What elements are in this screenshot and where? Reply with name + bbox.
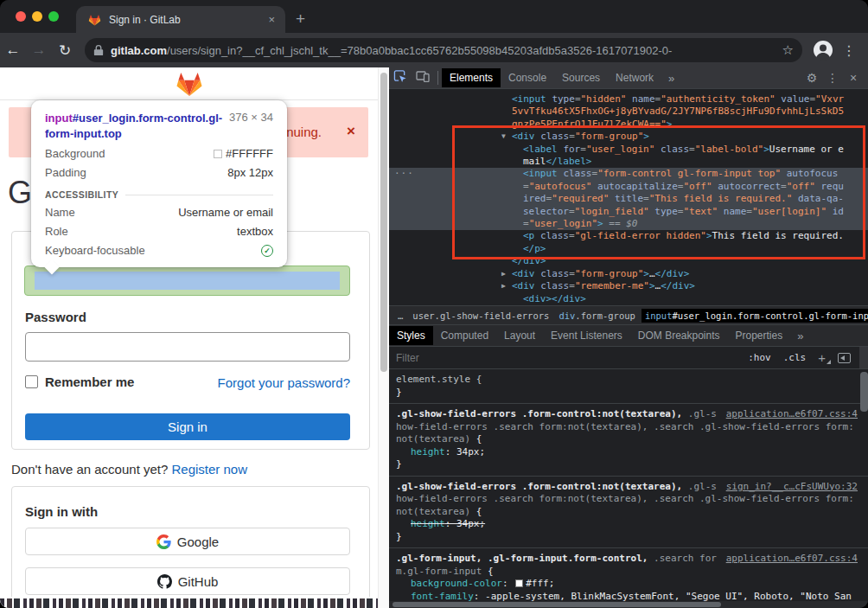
expand-arrow-icon[interactable]: ▶ (501, 268, 506, 280)
dom-node[interactable]: <label for="user_login" class="label-bol… (389, 144, 868, 169)
remember-checkbox[interactable] (25, 375, 38, 388)
inspect-element-icon[interactable] (389, 70, 412, 86)
tab-close-icon[interactable]: × (266, 13, 277, 26)
style-property[interactable]: height: 34px; (396, 446, 858, 459)
expand-arrow-icon[interactable]: ▶ (501, 280, 506, 292)
close-window-button[interactable] (16, 11, 26, 22)
tooltip-selector: input#user_login.form-control.gl-form-in… (45, 111, 225, 141)
lock-icon (93, 44, 104, 56)
google-icon (156, 534, 171, 549)
device-toolbar-icon[interactable] (412, 70, 434, 86)
tooltip-selector-tag: input (45, 112, 73, 125)
more-sidebar-tabs-icon[interactable]: » (790, 330, 810, 342)
reload-icon[interactable]: ↻ (52, 42, 78, 60)
sidebar-tab-dom-breakpoints[interactable]: DOM Breakpoints (630, 326, 728, 345)
sidebar-tab-styles[interactable]: Styles (389, 326, 433, 345)
breadcrumb-item[interactable]: input#user_login.form-control.gl-form-in… (641, 309, 868, 323)
devtools-tab-network[interactable]: Network (608, 68, 661, 87)
devtools-menu-icon[interactable]: ⋮ (823, 71, 842, 85)
page-scrollbar-thumb[interactable] (380, 73, 387, 372)
breadcrumb-item[interactable]: div.form-group (555, 309, 639, 323)
dom-node[interactable]: <input type="hidden" name="authenticity_… (389, 93, 868, 131)
dom-node[interactable]: </div> (389, 255, 868, 267)
devtools-tab-sources[interactable]: Sources (554, 68, 608, 87)
stylesheet-source-link[interactable]: application…e6f07.css:4 (726, 553, 858, 566)
more-panels-icon[interactable]: » (661, 72, 681, 85)
style-property[interactable]: height: 34px; (396, 518, 858, 531)
styles-filter-input[interactable]: Filter (396, 352, 736, 364)
node-options-dots[interactable]: ··· (394, 168, 414, 180)
dom-node[interactable]: <input class="form-control gl-form-input… (389, 168, 868, 230)
sign-in-with-label: Sign in with (25, 504, 98, 519)
sidebar-tab-layout[interactable]: Layout (496, 326, 543, 345)
github-signin-button[interactable]: GitHub (25, 567, 350, 595)
titlebar: Sign in · GitLab × + (0, 0, 868, 33)
inspect-highlight (35, 272, 340, 290)
new-style-rule-icon[interactable]: + (818, 350, 826, 365)
breadcrumb: …user.gl-show-field-errorsdiv.form-group… (389, 305, 868, 324)
minimize-window-button[interactable] (32, 11, 42, 22)
remember-row: Remember me Forgot your password? (25, 374, 350, 392)
style-rule[interactable]: sign_in?__c…cFsUWUyo:32.gl-show-field-er… (389, 477, 868, 549)
bookmark-star-icon[interactable]: ☆ (782, 42, 794, 58)
page-heading: G (8, 175, 32, 211)
horizontal-scrollbar-thumb[interactable] (393, 602, 721, 607)
github-icon (157, 574, 172, 589)
maximize-window-button[interactable] (48, 11, 59, 22)
address-bar[interactable]: gitlab.com/users/sign_in?__cf_chl_jschl_… (85, 38, 802, 62)
tooltip-name-value: Username or email (178, 206, 273, 219)
style-property[interactable]: background-color: #fff; (396, 578, 858, 591)
style-rule[interactable]: application…e6f07.css:4.gl-form-input, .… (389, 548, 868, 608)
dom-node[interactable]: <div></div> (389, 293, 868, 305)
back-icon[interactable]: ← (0, 42, 26, 59)
sidebar-tab-properties[interactable]: Properties (728, 326, 791, 345)
stylesheet-source-link[interactable]: application…e6f07.css:4 (726, 408, 858, 421)
google-signin-button[interactable]: Google (25, 528, 350, 555)
breadcrumb-item[interactable]: user.gl-show-field-errors (409, 309, 552, 323)
alert-text: nuing. (286, 125, 322, 139)
avatar-icon[interactable] (813, 40, 833, 61)
browser-menu-icon[interactable]: ⋮ (842, 42, 856, 59)
forgot-password-link[interactable]: Forgot your password? (218, 375, 350, 390)
alert-close-icon[interactable]: × (347, 123, 355, 140)
browser-tab[interactable]: Sign in · GitLab × (76, 6, 285, 33)
site-header (0, 67, 378, 100)
tooltip-focusable-label: Keyboard-focusable (45, 244, 145, 257)
class-toggle[interactable]: .cls (783, 352, 807, 363)
breadcrumb-item[interactable]: … (394, 309, 406, 323)
page-scrollbar[interactable] (378, 67, 389, 608)
expand-arrow-icon[interactable]: ▼ (501, 131, 506, 143)
dom-tree: <input type="hidden" name="authenticity_… (389, 89, 868, 305)
hover-state-toggle[interactable]: :hov (748, 352, 771, 363)
devtools-settings-icon[interactable]: ⚙ (802, 71, 821, 85)
sidebar-tab-event-listeners[interactable]: Event Listeners (543, 326, 630, 345)
tooltip-role-value: textbox (237, 225, 273, 238)
devtools-horizontal-scrollbar[interactable] (389, 601, 868, 608)
color-swatch[interactable] (515, 579, 523, 587)
stylesheet-source-link[interactable]: sign_in?__c…cFsUWUyo:32 (726, 481, 858, 494)
styles-scrollbar-thumb[interactable] (860, 372, 868, 412)
password-input[interactable] (25, 332, 350, 362)
sidebar-tab-computed[interactable]: Computed (433, 326, 496, 345)
sidebar-dock-icon[interactable] (838, 353, 851, 363)
social-signin-card: Sign in with Google GitHub (11, 486, 370, 600)
tooltip-background-value: #FFFFFF (226, 147, 273, 160)
color-swatch (214, 150, 222, 158)
devtools-tab-elements[interactable]: Elements (442, 68, 501, 87)
dom-node[interactable]: ▶<div class="remember-me">…</div> (389, 280, 868, 292)
styles-filter-row: Filter :hov .cls + (389, 346, 868, 369)
styles-scrollbar-top (859, 347, 868, 368)
username-input[interactable] (24, 266, 350, 296)
dom-node[interactable]: ▼<div class="form-group"> (389, 131, 868, 143)
style-rule[interactable]: element.style {} (389, 369, 868, 404)
devtools-close-icon[interactable]: × (844, 71, 863, 85)
forward-icon: → (26, 42, 52, 59)
new-tab-icon[interactable]: + (296, 9, 305, 29)
dom-node[interactable]: ▶<div class="form-group">…</div> (389, 268, 868, 280)
dom-node[interactable]: <p class="gl-field-error hidden">This fi… (389, 230, 868, 255)
style-rule[interactable]: application…e6f07.css:4.gl-show-field-er… (389, 404, 868, 477)
register-now-link[interactable]: Register now (172, 462, 248, 477)
devtools-tab-console[interactable]: Console (501, 68, 554, 87)
tab-title: Sign in · GitLab (109, 14, 266, 26)
sign-in-button[interactable]: Sign in (25, 413, 350, 440)
